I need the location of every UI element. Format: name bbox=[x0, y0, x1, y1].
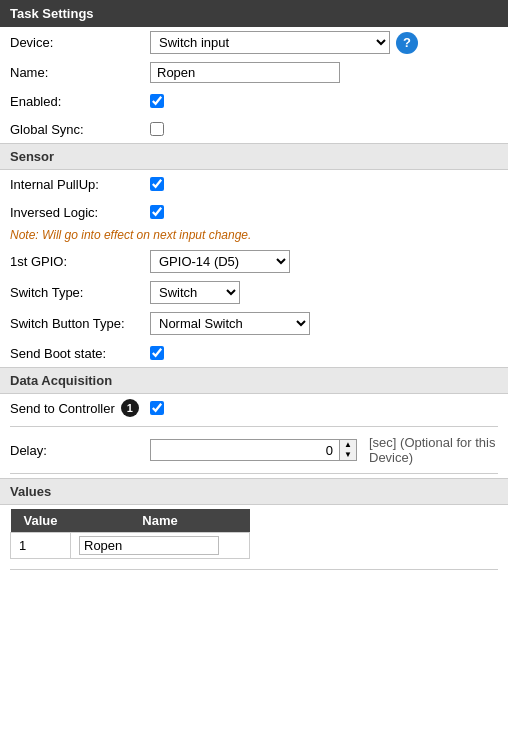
delay-input-wrap: ▲ ▼ bbox=[150, 439, 357, 461]
send-to-controller-label-wrap: Send to Controller 1 bbox=[10, 399, 150, 417]
values-section-header: Values bbox=[0, 478, 508, 505]
delay-label: Delay: bbox=[10, 443, 150, 458]
values-row-value: 1 bbox=[11, 533, 71, 559]
send-to-controller-checkbox[interactable] bbox=[150, 401, 164, 415]
internal-pullup-label: Internal PullUp: bbox=[10, 177, 150, 192]
switch-button-type-select[interactable]: Normal Switch Push Button Active Low Pus… bbox=[150, 312, 310, 335]
global-sync-row: Global Sync: bbox=[0, 115, 508, 143]
send-boot-state-control-area bbox=[150, 346, 498, 360]
device-select[interactable]: Switch input bbox=[150, 31, 390, 54]
gpio-label: 1st GPIO: bbox=[10, 254, 150, 269]
switch-type-label: Switch Type: bbox=[10, 285, 150, 300]
device-label: Device: bbox=[10, 35, 150, 50]
switch-button-type-row: Switch Button Type: Normal Switch Push B… bbox=[0, 308, 508, 339]
note-text: Note: Will go into effect on next input … bbox=[0, 226, 508, 246]
values-table-header-row: Value Name bbox=[11, 509, 250, 533]
name-input[interactable] bbox=[150, 62, 340, 83]
enabled-checkbox[interactable] bbox=[150, 94, 164, 108]
help-button[interactable]: ? bbox=[396, 32, 418, 54]
global-sync-checkbox[interactable] bbox=[150, 122, 164, 136]
inversed-logic-row: Inversed Logic: bbox=[0, 198, 508, 226]
switch-type-control-area: Switch Dimmer Toggle bbox=[150, 281, 498, 304]
sensor-section-header: Sensor bbox=[0, 143, 508, 170]
name-control-area bbox=[150, 62, 498, 83]
global-sync-label: Global Sync: bbox=[10, 122, 150, 137]
delay-decrement-button[interactable]: ▼ bbox=[340, 450, 356, 460]
delay-spinner: ▲ ▼ bbox=[339, 439, 357, 461]
values-table: Value Name 1 bbox=[10, 509, 250, 559]
delay-control-area: ▲ ▼ [sec] (Optional for this Device) bbox=[150, 435, 498, 465]
bottom-divider bbox=[10, 569, 498, 570]
enabled-label: Enabled: bbox=[10, 94, 150, 109]
send-to-controller-label: Send to Controller bbox=[10, 401, 115, 416]
divider-1 bbox=[10, 426, 498, 427]
delay-row: Delay: ▲ ▼ [sec] (Optional for this Devi… bbox=[0, 431, 508, 469]
values-section-title: Values bbox=[10, 484, 51, 499]
internal-pullup-checkbox[interactable] bbox=[150, 177, 164, 191]
global-sync-control-area bbox=[150, 122, 498, 136]
device-row: Device: Switch input ? bbox=[0, 27, 508, 58]
data-acquisition-section-title: Data Acquisition bbox=[10, 373, 112, 388]
inversed-logic-control-area bbox=[150, 205, 498, 219]
send-boot-state-checkbox[interactable] bbox=[150, 346, 164, 360]
enabled-control-area bbox=[150, 94, 498, 108]
values-col-value: Value bbox=[11, 509, 71, 533]
internal-pullup-row: Internal PullUp: bbox=[0, 170, 508, 198]
switch-button-type-label: Switch Button Type: bbox=[10, 316, 150, 331]
delay-unit: [sec] (Optional for this Device) bbox=[369, 435, 498, 465]
gpio-select[interactable]: GPIO-14 (D5) GPIO-0 (D3) GPIO-2 (D4) GPI… bbox=[150, 250, 290, 273]
device-control-area: Switch input ? bbox=[150, 31, 498, 54]
enabled-row: Enabled: bbox=[0, 87, 508, 115]
gpio-row: 1st GPIO: GPIO-14 (D5) GPIO-0 (D3) GPIO-… bbox=[0, 246, 508, 277]
send-to-controller-badge: 1 bbox=[121, 399, 139, 417]
inversed-logic-label: Inversed Logic: bbox=[10, 205, 150, 220]
switch-button-type-control-area: Normal Switch Push Button Active Low Pus… bbox=[150, 312, 498, 335]
sensor-section-title: Sensor bbox=[10, 149, 54, 164]
switch-type-select[interactable]: Switch Dimmer Toggle bbox=[150, 281, 240, 304]
delay-input[interactable] bbox=[150, 439, 340, 461]
send-boot-state-label: Send Boot state: bbox=[10, 346, 150, 361]
task-settings-title: Task Settings bbox=[10, 6, 94, 21]
switch-type-row: Switch Type: Switch Dimmer Toggle bbox=[0, 277, 508, 308]
values-row-name-cell bbox=[71, 533, 250, 559]
delay-increment-button[interactable]: ▲ bbox=[340, 440, 356, 450]
send-to-controller-row: Send to Controller 1 bbox=[0, 394, 508, 422]
task-settings-header: Task Settings bbox=[0, 0, 508, 27]
data-acquisition-section-header: Data Acquisition bbox=[0, 367, 508, 394]
values-table-row: 1 bbox=[11, 533, 250, 559]
divider-2 bbox=[10, 473, 498, 474]
send-boot-state-row: Send Boot state: bbox=[0, 339, 508, 367]
name-label: Name: bbox=[10, 65, 150, 80]
values-col-name: Name bbox=[71, 509, 250, 533]
internal-pullup-control-area bbox=[150, 177, 498, 191]
inversed-logic-checkbox[interactable] bbox=[150, 205, 164, 219]
name-row: Name: bbox=[0, 58, 508, 87]
send-to-controller-control-area bbox=[150, 401, 498, 415]
gpio-control-area: GPIO-14 (D5) GPIO-0 (D3) GPIO-2 (D4) GPI… bbox=[150, 250, 498, 273]
values-row-name-input[interactable] bbox=[79, 536, 219, 555]
